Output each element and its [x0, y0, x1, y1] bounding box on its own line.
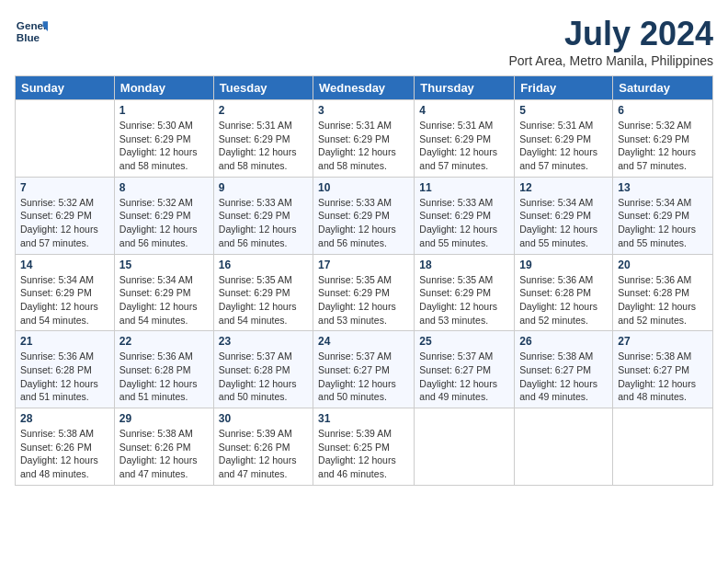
cell-info: Sunrise: 5:33 AMSunset: 6:29 PMDaylight:…	[219, 197, 297, 248]
calendar-cell: 8 Sunrise: 5:32 AMSunset: 6:29 PMDayligh…	[114, 177, 213, 254]
calendar-cell: 28 Sunrise: 5:38 AMSunset: 6:26 PMDaylig…	[16, 408, 115, 486]
day-number: 24	[318, 335, 409, 348]
col-sunday: Sunday	[16, 76, 115, 100]
calendar-cell: 1 Sunrise: 5:30 AMSunset: 6:29 PMDayligh…	[114, 100, 213, 178]
calendar-cell: 16 Sunrise: 5:35 AMSunset: 6:29 PMDaylig…	[213, 254, 313, 331]
calendar-cell: 25 Sunrise: 5:37 AMSunset: 6:27 PMDaylig…	[415, 331, 515, 408]
calendar-cell: 2 Sunrise: 5:31 AMSunset: 6:29 PMDayligh…	[213, 100, 313, 178]
col-wednesday: Wednesday	[313, 76, 415, 100]
logo-icon: General Blue	[15, 15, 48, 48]
cell-info: Sunrise: 5:31 AMSunset: 6:29 PMDaylight:…	[219, 120, 297, 171]
cell-info: Sunrise: 5:38 AMSunset: 6:27 PMDaylight:…	[519, 350, 597, 402]
cell-info: Sunrise: 5:37 AMSunset: 6:27 PMDaylight:…	[419, 350, 497, 402]
cell-info: Sunrise: 5:32 AMSunset: 6:29 PMDaylight:…	[618, 120, 696, 171]
calendar-cell: 11 Sunrise: 5:33 AMSunset: 6:29 PMDaylig…	[415, 177, 515, 254]
calendar-cell	[613, 408, 713, 486]
calendar-cell: 30 Sunrise: 5:39 AMSunset: 6:26 PMDaylig…	[213, 408, 313, 486]
cell-info: Sunrise: 5:36 AMSunset: 6:28 PMDaylight:…	[618, 274, 696, 326]
day-number: 9	[219, 181, 308, 194]
day-number: 11	[419, 181, 509, 194]
cell-info: Sunrise: 5:34 AMSunset: 6:29 PMDaylight:…	[20, 274, 98, 326]
calendar-cell: 7 Sunrise: 5:32 AMSunset: 6:29 PMDayligh…	[16, 177, 115, 254]
cell-info: Sunrise: 5:33 AMSunset: 6:29 PMDaylight:…	[419, 197, 497, 248]
cell-info: Sunrise: 5:39 AMSunset: 6:25 PMDaylight:…	[318, 428, 396, 479]
cell-info: Sunrise: 5:34 AMSunset: 6:29 PMDaylight:…	[519, 197, 597, 248]
cell-info: Sunrise: 5:31 AMSunset: 6:29 PMDaylight:…	[519, 120, 597, 171]
calendar-cell: 27 Sunrise: 5:38 AMSunset: 6:27 PMDaylig…	[613, 331, 713, 408]
cell-info: Sunrise: 5:31 AMSunset: 6:29 PMDaylight:…	[318, 120, 396, 171]
calendar-cell: 13 Sunrise: 5:34 AMSunset: 6:29 PMDaylig…	[613, 177, 713, 254]
month-year: July 2024	[508, 15, 713, 53]
calendar-cell: 31 Sunrise: 5:39 AMSunset: 6:25 PMDaylig…	[313, 408, 415, 486]
calendar-cell: 12 Sunrise: 5:34 AMSunset: 6:29 PMDaylig…	[515, 177, 613, 254]
day-number: 6	[618, 104, 708, 117]
col-thursday: Thursday	[415, 76, 515, 100]
week-row-4: 21 Sunrise: 5:36 AMSunset: 6:28 PMDaylig…	[16, 331, 713, 408]
cell-info: Sunrise: 5:36 AMSunset: 6:28 PMDaylight:…	[119, 350, 198, 402]
cell-info: Sunrise: 5:31 AMSunset: 6:29 PMDaylight:…	[419, 120, 497, 171]
day-number: 12	[519, 181, 608, 194]
cell-info: Sunrise: 5:36 AMSunset: 6:28 PMDaylight:…	[20, 350, 98, 402]
cell-info: Sunrise: 5:36 AMSunset: 6:28 PMDaylight:…	[519, 274, 597, 326]
cell-info: Sunrise: 5:32 AMSunset: 6:29 PMDaylight:…	[20, 197, 98, 248]
calendar-cell: 14 Sunrise: 5:34 AMSunset: 6:29 PMDaylig…	[16, 254, 115, 331]
day-number: 8	[119, 181, 209, 194]
day-number: 1	[119, 104, 209, 117]
calendar-cell: 24 Sunrise: 5:37 AMSunset: 6:27 PMDaylig…	[313, 331, 415, 408]
day-number: 17	[318, 259, 409, 271]
day-number: 28	[20, 412, 109, 425]
cell-info: Sunrise: 5:39 AMSunset: 6:26 PMDaylight:…	[219, 428, 297, 479]
day-number: 27	[618, 335, 708, 348]
cell-info: Sunrise: 5:34 AMSunset: 6:29 PMDaylight:…	[119, 274, 198, 326]
day-number: 21	[20, 335, 109, 348]
day-number: 31	[318, 412, 409, 425]
logo: General Blue	[15, 15, 48, 48]
day-number: 18	[419, 259, 509, 271]
day-number: 4	[419, 104, 509, 117]
cell-info: Sunrise: 5:38 AMSunset: 6:26 PMDaylight:…	[20, 428, 98, 479]
day-number: 10	[318, 181, 409, 194]
day-number: 22	[119, 335, 209, 348]
day-number: 14	[20, 259, 109, 271]
calendar-cell: 15 Sunrise: 5:34 AMSunset: 6:29 PMDaylig…	[114, 254, 213, 331]
col-tuesday: Tuesday	[213, 76, 313, 100]
calendar-cell: 23 Sunrise: 5:37 AMSunset: 6:28 PMDaylig…	[213, 331, 313, 408]
calendar-cell: 29 Sunrise: 5:38 AMSunset: 6:26 PMDaylig…	[114, 408, 213, 486]
svg-text:Blue: Blue	[17, 31, 40, 43]
calendar-cell: 3 Sunrise: 5:31 AMSunset: 6:29 PMDayligh…	[313, 100, 415, 178]
week-row-5: 28 Sunrise: 5:38 AMSunset: 6:26 PMDaylig…	[16, 408, 713, 486]
day-number: 16	[219, 259, 308, 271]
day-number: 5	[519, 104, 608, 117]
col-monday: Monday	[114, 76, 213, 100]
day-number: 15	[119, 259, 209, 271]
page-header: General Blue July 2024 Port Area, Metro …	[15, 15, 713, 68]
calendar-cell: 17 Sunrise: 5:35 AMSunset: 6:29 PMDaylig…	[313, 254, 415, 331]
cell-info: Sunrise: 5:35 AMSunset: 6:29 PMDaylight:…	[419, 274, 497, 326]
day-number: 23	[219, 335, 308, 348]
cell-info: Sunrise: 5:35 AMSunset: 6:29 PMDaylight:…	[318, 274, 396, 326]
col-friday: Friday	[515, 76, 613, 100]
week-row-1: 1 Sunrise: 5:30 AMSunset: 6:29 PMDayligh…	[16, 100, 713, 178]
cell-info: Sunrise: 5:38 AMSunset: 6:26 PMDaylight:…	[119, 428, 198, 479]
day-number: 29	[119, 412, 209, 425]
cell-info: Sunrise: 5:34 AMSunset: 6:29 PMDaylight:…	[618, 197, 696, 248]
calendar-cell: 18 Sunrise: 5:35 AMSunset: 6:29 PMDaylig…	[415, 254, 515, 331]
day-number: 3	[318, 104, 409, 117]
cell-info: Sunrise: 5:30 AMSunset: 6:29 PMDaylight:…	[119, 120, 198, 171]
day-number: 25	[419, 335, 509, 348]
calendar-cell: 4 Sunrise: 5:31 AMSunset: 6:29 PMDayligh…	[415, 100, 515, 178]
cell-info: Sunrise: 5:33 AMSunset: 6:29 PMDaylight:…	[318, 197, 396, 248]
day-number: 2	[219, 104, 308, 117]
day-number: 30	[219, 412, 308, 425]
calendar-cell: 20 Sunrise: 5:36 AMSunset: 6:28 PMDaylig…	[613, 254, 713, 331]
calendar-table: Sunday Monday Tuesday Wednesday Thursday…	[15, 75, 713, 486]
week-row-3: 14 Sunrise: 5:34 AMSunset: 6:29 PMDaylig…	[16, 254, 713, 331]
cell-info: Sunrise: 5:32 AMSunset: 6:29 PMDaylight:…	[119, 197, 198, 248]
calendar-cell	[515, 408, 613, 486]
cell-info: Sunrise: 5:37 AMSunset: 6:28 PMDaylight:…	[219, 350, 297, 402]
calendar-cell: 9 Sunrise: 5:33 AMSunset: 6:29 PMDayligh…	[213, 177, 313, 254]
calendar-cell: 6 Sunrise: 5:32 AMSunset: 6:29 PMDayligh…	[613, 100, 713, 178]
cell-info: Sunrise: 5:38 AMSunset: 6:27 PMDaylight:…	[618, 350, 696, 402]
day-number: 20	[618, 259, 708, 271]
calendar-cell	[16, 100, 115, 178]
